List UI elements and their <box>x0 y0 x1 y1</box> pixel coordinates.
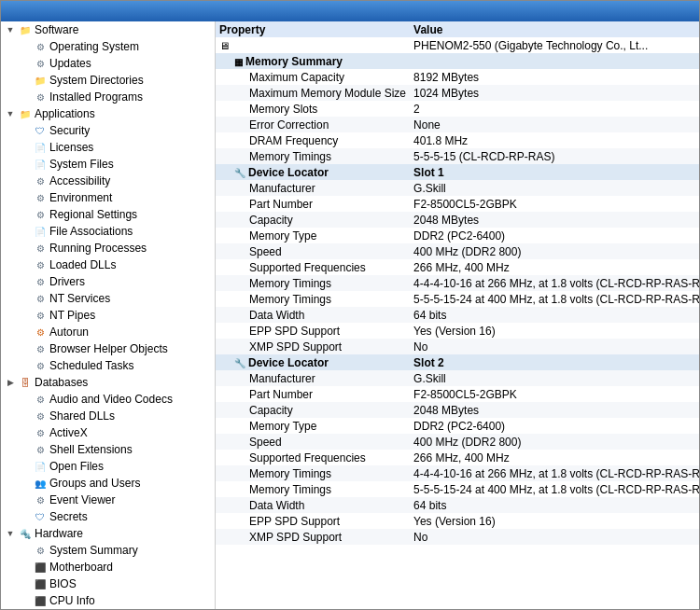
sidebar-item-environment[interactable]: ⚙Environment <box>1 189 215 206</box>
property-cell: Memory Timings <box>216 465 410 481</box>
sidebar-item-bios[interactable]: ⬛BIOS <box>1 575 215 592</box>
sidebar-item-databases[interactable]: ▶🗄Databases <box>1 374 215 391</box>
property-cell: Memory Type <box>216 418 410 434</box>
sidebar-item-label: Databases <box>35 374 88 391</box>
sidebar-item-system-directories[interactable]: 📁System Directories <box>1 72 215 89</box>
value-cell: 2048 MBytes <box>410 212 699 228</box>
sidebar-item-label: Updates <box>49 55 91 72</box>
left-panel-tree[interactable]: ▼📁Software⚙Operating System⚙Updates📁Syst… <box>1 21 216 609</box>
value-cell: DDR2 (PC2-6400) <box>410 418 699 434</box>
value-cell: 4-4-4-10-16 at 266 MHz, at 1.8 volts (CL… <box>410 465 699 481</box>
value-cell: 266 MHz, 400 MHz <box>410 450 699 465</box>
sidebar-item-installed-programs[interactable]: ⚙Installed Programs <box>1 89 215 105</box>
property-cell: Part Number <box>216 196 410 212</box>
value-cell: 400 MHz (DDR2 800) <box>410 243 699 259</box>
sidebar-item-activex[interactable]: ⚙ActiveX <box>1 424 215 441</box>
computer-header-row: 🖥PHENOM2-550 (Gigabyte Technology Co., L… <box>216 37 699 53</box>
expand-icon <box>18 123 33 138</box>
sidebar-item-label: Groups and Users <box>49 475 140 492</box>
section-property-cell: ▦Memory Summary <box>216 53 410 69</box>
sidebar-item-label: NT Pipes <box>49 307 95 324</box>
sidebar-item-regional-settings[interactable]: ⚙Regional Settings <box>1 206 215 223</box>
sidebar-item-secrets[interactable]: 🛡Secrets <box>1 508 215 525</box>
sidebar-item-nt-services[interactable]: ⚙NT Services <box>1 290 215 307</box>
sidebar-item-label: Security <box>49 122 90 139</box>
table-row: Supported Frequencies266 MHz, 400 MHz <box>216 450 699 465</box>
expand-icon <box>18 560 33 575</box>
property-cell: Part Number <box>216 386 410 402</box>
sidebar-item-accessibility[interactable]: ⚙Accessibility <box>1 173 215 189</box>
sidebar-item-shared-dlls[interactable]: ⚙Shared DLLs <box>1 408 215 424</box>
table-row: EPP SPD SupportYes (Version 16) <box>216 513 699 529</box>
property-cell: Supported Frequencies <box>216 450 410 465</box>
section-property-cell: 🔧Device Locator <box>216 164 410 180</box>
sidebar-item-label: Event Viewer <box>49 492 115 508</box>
expand-icon <box>18 509 33 524</box>
computer-icon-cell: 🖥 <box>216 37 410 53</box>
section-value-cell: Slot 2 <box>410 354 699 370</box>
sidebar-item-browser-helper[interactable]: ⚙Browser Helper Objects <box>1 340 215 357</box>
db-icon: 🗄 <box>18 375 33 390</box>
file-icon: 📄 <box>33 459 48 474</box>
expand-icon <box>18 459 33 474</box>
property-cell: Error Correction <box>216 117 410 132</box>
value-cell: 2 <box>410 101 699 117</box>
sidebar-item-nt-pipes[interactable]: ⚙NT Pipes <box>1 307 215 324</box>
section-value-cell: Slot 1 <box>410 164 699 180</box>
sidebar-item-drivers[interactable]: ⚙Drivers <box>1 273 215 290</box>
sidebar-item-system-files[interactable]: 📄System Files <box>1 156 215 173</box>
value-cell: 2048 MBytes <box>410 402 699 418</box>
table-row: Memory Timings5-5-5-15-24 at 400 MHz, at… <box>216 291 699 307</box>
sidebar-item-hardware[interactable]: ▼🔩Hardware <box>1 525 215 542</box>
section-property-cell: 🔧Device Locator <box>216 354 410 370</box>
sidebar-item-label: Applications <box>35 105 95 122</box>
sidebar-item-label: System Files <box>49 156 114 173</box>
sidebar-item-file-associations[interactable]: 📄File Associations <box>1 223 215 240</box>
computer-name-cell: PHENOM2-550 (Gigabyte Technology Co., Lt… <box>410 37 699 53</box>
value-cell: G.Skill <box>410 370 699 386</box>
sidebar-item-event-viewer[interactable]: ⚙Event Viewer <box>1 492 215 508</box>
right-panel-properties: Property Value 🖥PHENOM2-550 (Gigabyte Te… <box>216 21 699 609</box>
value-cell: No <box>410 339 699 354</box>
sidebar-item-groups-users[interactable]: 👥Groups and Users <box>1 475 215 492</box>
property-cell: Capacity <box>216 212 410 228</box>
sidebar-item-applications[interactable]: ▼📁Applications <box>1 105 215 122</box>
sidebar-item-licenses[interactable]: 📄Licenses <box>1 139 215 156</box>
shield-icon: 🛡 <box>33 509 48 524</box>
sidebar-item-shell-extensions[interactable]: ⚙Shell Extensions <box>1 441 215 458</box>
table-row: Maximum Memory Module Size1024 MBytes <box>216 85 699 101</box>
sidebar-item-loaded-dlls[interactable]: ⚙Loaded DLLs <box>1 256 215 273</box>
sidebar-item-scheduled-tasks[interactable]: ⚙Scheduled Tasks <box>1 357 215 374</box>
value-cell: F2-8500CL5-2GBPK <box>410 196 699 212</box>
table-row: ManufacturerG.Skill <box>216 180 699 196</box>
table-row: DRAM Frequency401.8 MHz <box>216 132 699 148</box>
sidebar-item-cpu-info[interactable]: ⬛CPU Info <box>1 592 215 609</box>
property-cell: Memory Timings <box>216 481 410 497</box>
gear-icon: ⚙ <box>33 308 48 323</box>
sidebar-item-autorun[interactable]: ⚙Autorun <box>1 324 215 340</box>
sidebar-item-operating-system[interactable]: ⚙Operating System <box>1 38 215 55</box>
sidebar-item-motherboard[interactable]: ⬛Motherboard <box>1 559 215 575</box>
sidebar-item-running-processes[interactable]: ⚙Running Processes <box>1 240 215 256</box>
table-row: Memory Timings4-4-4-10-16 at 266 MHz, at… <box>216 465 699 481</box>
expand-icon <box>18 56 33 71</box>
sidebar-item-open-files[interactable]: 📄Open Files <box>1 458 215 475</box>
expand-icon <box>18 325 33 340</box>
table-row: Maximum Capacity8192 MBytes <box>216 69 699 85</box>
sidebar-item-label: Drivers <box>49 273 85 290</box>
value-cell: No <box>410 529 699 545</box>
expand-icon <box>18 291 33 306</box>
sidebar-item-software[interactable]: ▼📁Software <box>1 21 215 38</box>
sidebar-item-audio-video[interactable]: ⚙Audio and Video Codecs <box>1 391 215 408</box>
property-cell: Capacity <box>216 402 410 418</box>
sidebar-item-security[interactable]: 🛡Security <box>1 122 215 139</box>
value-cell: 8192 MBytes <box>410 69 699 85</box>
sidebar-item-system-summary[interactable]: ⚙System Summary <box>1 542 215 559</box>
expand-icon <box>18 492 33 507</box>
value-cell: 64 bits <box>410 497 699 513</box>
gear-icon: ⚙ <box>33 425 48 440</box>
table-row: Part NumberF2-8500CL5-2GBPK <box>216 386 699 402</box>
gear-icon: ⚙ <box>33 409 48 423</box>
shield-icon: 🛡 <box>33 123 48 138</box>
sidebar-item-updates[interactable]: ⚙Updates <box>1 55 215 72</box>
